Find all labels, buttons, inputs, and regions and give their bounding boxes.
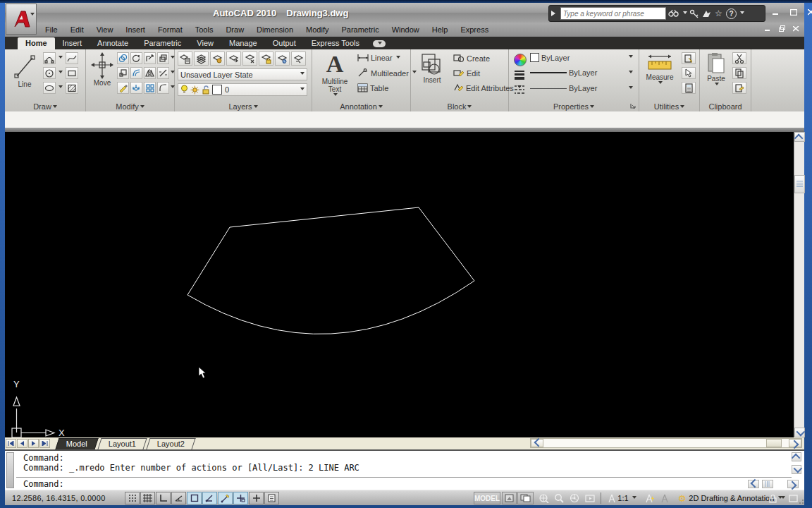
auto-annotation-button[interactable] bbox=[658, 492, 672, 504]
prev-tab-button[interactable] bbox=[17, 439, 27, 448]
ribbon-tab-annotate[interactable]: Annotate bbox=[90, 37, 136, 49]
ribbon-tab-manage[interactable]: Manage bbox=[221, 37, 265, 49]
hatch-button[interactable] bbox=[66, 82, 78, 94]
ribbon-tab-insert[interactable]: Insert bbox=[55, 37, 90, 49]
circle-dropdown[interactable] bbox=[56, 67, 63, 79]
panel-properties-label[interactable]: Properties bbox=[509, 102, 639, 111]
rectangle-button[interactable] bbox=[66, 67, 78, 79]
layer-match-button[interactable] bbox=[291, 52, 306, 66]
menu-edit[interactable]: Edit bbox=[64, 24, 90, 35]
ellipse-button[interactable] bbox=[43, 82, 56, 94]
properties-dialog-launcher-icon[interactable] bbox=[629, 102, 636, 109]
doc-minimize-button[interactable] bbox=[762, 24, 774, 33]
menu-express[interactable]: Express bbox=[454, 24, 495, 35]
copy-clip-button[interactable] bbox=[732, 67, 746, 79]
coordinates-readout[interactable]: 12.2586, 16.4315, 0.0000 bbox=[12, 494, 106, 502]
quick-select-button[interactable] bbox=[682, 52, 696, 64]
layer-isolate-button[interactable] bbox=[210, 52, 225, 66]
scroll-right-button[interactable] bbox=[789, 439, 801, 447]
quick-calc-button[interactable] bbox=[682, 82, 696, 94]
communication-center-icon[interactable] bbox=[701, 9, 711, 18]
menu-window[interactable]: Window bbox=[386, 24, 426, 35]
command-window[interactable]: Command: Command: _.mredo Enter number o… bbox=[5, 449, 804, 490]
clean-screen-button[interactable] bbox=[786, 492, 800, 504]
doc-restore-button[interactable] bbox=[776, 24, 788, 33]
stretch-button[interactable] bbox=[144, 52, 156, 64]
application-menu-button[interactable] bbox=[6, 4, 37, 35]
offset-button[interactable] bbox=[130, 67, 142, 79]
scroll-down-button[interactable] bbox=[794, 428, 805, 437]
trim-dropdown[interactable] bbox=[169, 67, 175, 79]
canvas-vertical-scrollbar[interactable] bbox=[794, 132, 804, 437]
ribbon-tab-express-tools[interactable]: Express Tools bbox=[304, 37, 367, 49]
panel-annotation-label[interactable]: Annotation bbox=[312, 102, 410, 111]
array-button[interactable] bbox=[144, 82, 156, 94]
search-go-icon[interactable] bbox=[551, 11, 558, 16]
steering-wheel-button[interactable] bbox=[567, 492, 582, 504]
ducs-toggle[interactable] bbox=[218, 492, 233, 504]
ribbon-tab-output[interactable]: Output bbox=[265, 37, 304, 49]
favorites-star-icon[interactable]: ☆ bbox=[713, 6, 724, 20]
trim-button[interactable] bbox=[157, 67, 169, 79]
circle-button[interactable] bbox=[43, 67, 56, 79]
bring-to-front-button[interactable] bbox=[157, 52, 169, 64]
menu-file[interactable]: File bbox=[39, 24, 64, 35]
layer-off-button[interactable] bbox=[275, 52, 290, 66]
menu-dimension[interactable]: Dimension bbox=[250, 24, 300, 35]
canvas-horizontal-scrollbar[interactable] bbox=[530, 438, 802, 448]
multiline-text-button[interactable]: A Multiline Text bbox=[316, 51, 353, 98]
panel-block-label[interactable]: Block bbox=[411, 102, 508, 111]
layer-states-button[interactable] bbox=[194, 52, 209, 66]
menu-insert[interactable]: Insert bbox=[119, 24, 152, 35]
annotation-visibility-button[interactable] bbox=[643, 492, 657, 504]
rotate-button[interactable] bbox=[130, 52, 142, 64]
ribbon-tab-parametric[interactable]: Parametric bbox=[136, 37, 189, 49]
panel-layers-label[interactable]: Layers bbox=[175, 102, 312, 111]
otrack-toggle[interactable] bbox=[202, 492, 217, 504]
layer-lock-button[interactable] bbox=[259, 52, 273, 66]
next-tab-button[interactable] bbox=[28, 439, 39, 448]
help-dropdown-icon[interactable] bbox=[740, 11, 744, 16]
scroll-left-button[interactable] bbox=[531, 439, 543, 447]
lineweight-icon[interactable] bbox=[514, 70, 525, 80]
order-dropdown[interactable] bbox=[169, 52, 175, 64]
pan-button[interactable] bbox=[536, 492, 550, 504]
command-scroll-down-button[interactable] bbox=[792, 465, 801, 474]
layer-state-dropdown[interactable]: Unsaved Layer State bbox=[178, 68, 307, 80]
minimize-button[interactable] bbox=[768, 7, 783, 18]
command-hscroll-thumb[interactable] bbox=[762, 480, 773, 488]
toolbar-lock-button[interactable] bbox=[766, 492, 779, 504]
menu-parametric[interactable]: Parametric bbox=[335, 24, 385, 35]
scale-button[interactable] bbox=[117, 67, 129, 79]
move-button[interactable]: Move bbox=[89, 52, 116, 87]
color-dropdown[interactable]: ByLayer bbox=[530, 53, 633, 62]
quick-properties-toggle[interactable] bbox=[264, 492, 279, 504]
menu-modify[interactable]: Modify bbox=[300, 24, 335, 35]
help-icon[interactable]: ? bbox=[726, 8, 737, 19]
layer-dropdown[interactable]: 0 bbox=[178, 83, 307, 96]
object-color-icon[interactable] bbox=[514, 54, 527, 66]
layer-unisolate-button[interactable] bbox=[226, 52, 241, 66]
linetype-icon[interactable] bbox=[514, 85, 525, 95]
menu-format[interactable]: Format bbox=[152, 24, 189, 35]
polar-toggle[interactable] bbox=[171, 492, 186, 504]
snap-toggle[interactable] bbox=[125, 492, 140, 504]
panel-utilities-label[interactable]: Utilities bbox=[639, 102, 699, 111]
dyn-input-toggle[interactable] bbox=[249, 492, 264, 504]
arc-dropdown[interactable] bbox=[56, 52, 63, 64]
ellipse-dropdown[interactable] bbox=[56, 82, 63, 94]
zoom-button[interactable] bbox=[552, 492, 566, 504]
paste-special-button[interactable] bbox=[732, 82, 746, 94]
edit-block-button[interactable]: Edit bbox=[453, 68, 480, 78]
grid-toggle[interactable] bbox=[140, 492, 155, 504]
layer-freeze-button[interactable] bbox=[242, 52, 257, 66]
line-button[interactable]: Line bbox=[9, 52, 40, 88]
osnap-toggle[interactable] bbox=[187, 492, 202, 504]
vertical-scroll-thumb[interactable] bbox=[794, 175, 805, 193]
panel-draw-label[interactable]: Draw bbox=[5, 102, 85, 111]
binoculars-search-icon[interactable] bbox=[668, 9, 679, 18]
insert-block-button[interactable]: Insert bbox=[417, 52, 448, 84]
menu-draw[interactable]: Draw bbox=[219, 24, 250, 35]
linear-dimension-button[interactable]: Linear bbox=[357, 54, 400, 62]
model-tab-button[interactable] bbox=[502, 492, 517, 504]
